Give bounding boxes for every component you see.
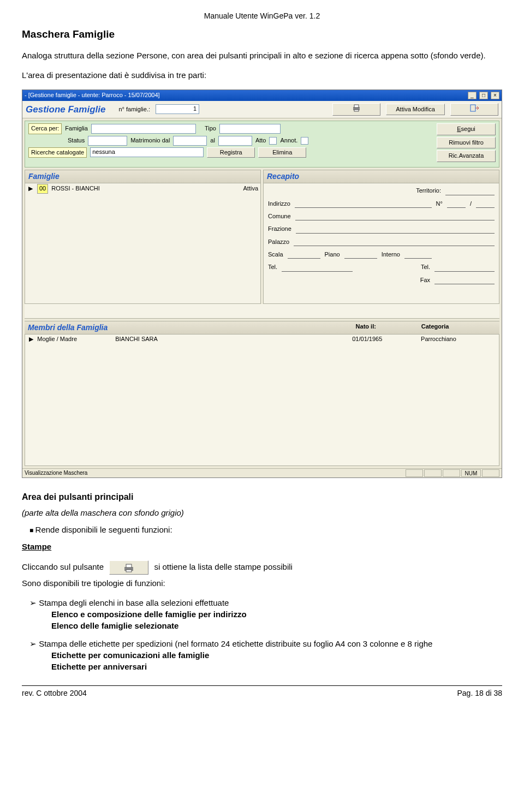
status-label: Status: [68, 136, 85, 145]
member-role: Moglie / Madre: [37, 335, 112, 343]
rimuovi-filtro-button[interactable]: Rimuovi filtro: [437, 137, 496, 148]
close-icon[interactable]: ×: [491, 92, 499, 99]
tipo-select[interactable]: [219, 124, 281, 134]
tel1-label: Tel.: [268, 263, 277, 271]
slash-label: /: [470, 200, 472, 208]
cerca-per-label: Cerca per:: [28, 123, 62, 134]
ricerche-label: Ricerche catalogate: [28, 147, 87, 158]
esegui-button[interactable]: EEseguisegui: [437, 123, 496, 135]
interno-label: Interno: [382, 250, 400, 259]
tipo-label: Tipo: [205, 124, 216, 133]
fax-field[interactable]: [434, 276, 495, 284]
bullet-funzioni: Rende disponibili le seguenti funzioni:: [29, 524, 502, 535]
statusbar-text: Visualizzazione Maschera: [25, 469, 87, 477]
territorio-field[interactable]: [445, 187, 495, 195]
svg-rect-5: [126, 564, 132, 568]
member-category: Parrocchiano: [421, 335, 496, 343]
app-screenshot: - [Gestione famiglie - utente: Parroco -…: [22, 89, 502, 478]
intro-2: L'area di presentazione dati è suddivisa…: [22, 69, 502, 81]
annot-checkbox[interactable]: [301, 137, 308, 145]
tel2-field[interactable]: [434, 264, 495, 272]
interno-field[interactable]: [404, 250, 432, 259]
piano-field[interactable]: [344, 250, 377, 259]
al-label: al: [210, 136, 215, 145]
famiglia-input[interactable]: [91, 124, 196, 134]
indirizzo-label: Indirizzo: [268, 200, 290, 208]
territorio-label: Territorio:: [416, 187, 441, 195]
arrow2-b2: Etichette per anniversari: [51, 661, 502, 672]
famiglie-panel-header: Famiglie: [25, 170, 260, 184]
registra-button[interactable]: Registra: [207, 147, 255, 158]
section-title: Maschera Famiglie: [22, 27, 502, 42]
stampe-title: Stampe: [22, 541, 502, 552]
footer-right: Pag. 18 di 38: [457, 688, 502, 699]
comune-label: Comune: [268, 212, 291, 220]
elimina-button[interactable]: Elimina: [258, 147, 306, 158]
status-num: NUM: [461, 469, 481, 477]
matrimonio-dal-input[interactable]: [173, 136, 207, 146]
comune-field[interactable]: [295, 212, 495, 220]
indirizzo-field[interactable]: [295, 200, 432, 208]
piano-label: Piano: [325, 250, 340, 259]
svg-rect-3: [471, 105, 475, 111]
member-date: 01/01/1965: [352, 335, 418, 343]
intro-1: Analoga struttura della sezione Persone,…: [22, 50, 502, 61]
area-pulsanti-title: Area dei pulsanti principali: [22, 491, 502, 503]
member-row[interactable]: ▶ Moglie / Madre BIANCHI SARA 01/01/1965…: [25, 335, 499, 344]
frazione-label: Frazione: [268, 225, 291, 233]
maximize-icon[interactable]: □: [479, 92, 488, 99]
status-select[interactable]: [88, 136, 127, 146]
ric-avanzata-button[interactable]: Ric.Avanzata: [437, 150, 496, 162]
minimize-icon[interactable]: _: [468, 92, 477, 99]
arrow2-b1: Etichette per comunicazioni alle famigli…: [51, 649, 502, 661]
n-famiglie-value: 1: [156, 104, 199, 114]
area-pulsanti-subtitle: (parte alta della maschera con sfondo gr…: [22, 507, 502, 518]
arrow1-text: Stampa degli elenchi in base alla selezi…: [39, 598, 229, 607]
fax-label: Fax: [420, 276, 430, 284]
ricerche-select[interactable]: nessuna: [90, 147, 204, 157]
n2-field[interactable]: [476, 200, 495, 208]
palazzo-label: Palazzo: [268, 238, 289, 246]
svg-rect-1: [354, 105, 359, 108]
membri-header: Membri della Famiglia: [28, 323, 285, 333]
famiglia-status: Attiva: [243, 184, 258, 193]
matrimonio-al-input[interactable]: [218, 136, 252, 146]
print-icon-button[interactable]: [109, 560, 148, 575]
arrow1-b2: Elenco delle famiglie selezionate: [51, 620, 502, 631]
categoria-header: Categoria: [421, 323, 496, 333]
svg-rect-2: [354, 110, 359, 111]
n-field[interactable]: [447, 200, 466, 208]
doc-header: Manuale Utente WinGePa ver. 1.2: [22, 11, 502, 22]
tel1-field[interactable]: [282, 264, 353, 272]
row-marker-icon: ▶: [27, 184, 34, 193]
frazione-field[interactable]: [296, 225, 495, 234]
svg-rect-6: [126, 570, 132, 572]
status-box: [482, 469, 499, 477]
member-name: BIANCHI SARA: [115, 335, 349, 343]
scala-field[interactable]: [288, 250, 320, 259]
annot-label: Annot.: [280, 136, 297, 145]
famiglie-row[interactable]: ▶ 00 ROSSI - BIANCHI Attiva: [25, 183, 260, 194]
print-button[interactable]: [332, 103, 380, 115]
recapito-panel-header: Recapito: [264, 170, 499, 184]
footer-left: rev. C ottobre 2004: [22, 688, 87, 699]
famiglia-name: ROSSI - BIANCHI: [51, 184, 100, 193]
stampe-line2: Sono disponibili tre tipologie di funzio…: [22, 577, 502, 589]
matrimonio-label: Matrimonio dal: [130, 136, 170, 145]
app-title: Gestione Famiglie: [26, 103, 105, 116]
arrow1-b1: Elenco e composizione delle famiglie per…: [51, 608, 502, 620]
status-box: [424, 469, 442, 477]
famiglia-code: 00: [37, 184, 48, 193]
atto-checkbox[interactable]: [269, 137, 277, 145]
n-famiglie-label: n° famiglie.:: [118, 105, 150, 114]
exit-button[interactable]: [450, 103, 498, 115]
arrow2-text: Stampa delle etichette per spedizioni (n…: [39, 639, 432, 648]
nato-header: Nato il:: [356, 323, 421, 333]
palazzo-field[interactable]: [294, 238, 495, 246]
atto-label: Atto: [255, 136, 266, 145]
status-box: [443, 469, 460, 477]
status-box: [406, 469, 423, 477]
attiva-modifica-button[interactable]: Attiva Modifica: [386, 104, 445, 115]
scala-label: Scala: [268, 250, 283, 259]
tel2-label: Tel.: [421, 263, 430, 271]
